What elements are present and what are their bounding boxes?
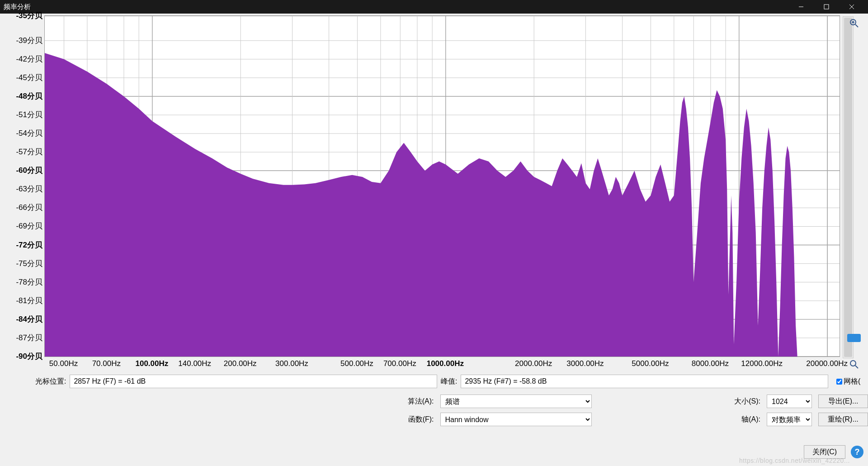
cursor-value-field[interactable] xyxy=(70,375,437,388)
svg-line-54 xyxy=(855,366,858,368)
zoom-fit-icon[interactable] xyxy=(848,17,860,29)
watermark-text: https://blog.csdn.net/weixin_42220... xyxy=(739,457,850,464)
marker-handle-icon[interactable] xyxy=(847,334,861,342)
help-icon[interactable]: ? xyxy=(851,446,863,458)
minimize-button[interactable] xyxy=(788,0,814,14)
peak-label: 峰值: xyxy=(441,377,457,386)
size-select[interactable]: 1024 xyxy=(767,395,812,408)
close-button[interactable] xyxy=(839,0,864,14)
algorithm-select[interactable]: 频谱 xyxy=(440,395,592,408)
function-select[interactable]: Hann window xyxy=(440,413,592,426)
grid-checkbox-input[interactable] xyxy=(836,379,842,385)
size-label: 大小(S): xyxy=(598,397,761,406)
y-axis: -35分贝-39分贝-42分贝-45分贝-48分贝-51分贝-54分贝-57分贝… xyxy=(2,15,44,357)
chart-area: -35分贝-39分贝-42分贝-45分贝-48分贝-51分贝-54分贝-57分贝… xyxy=(0,14,868,371)
cursor-label: 光标位置: xyxy=(35,377,66,386)
algorithm-label: 算法(A): xyxy=(271,397,434,406)
controls-panel: 算法(A): 频谱 大小(S): 1024 导出(E)... 函数(F): Ha… xyxy=(0,390,868,426)
svg-rect-1 xyxy=(824,5,829,9)
svg-line-50 xyxy=(855,24,858,27)
peak-value-field[interactable] xyxy=(461,375,828,388)
replot-button[interactable]: 重绘(R)... xyxy=(818,413,868,426)
spectrum-plot[interactable] xyxy=(44,15,840,357)
axis-select[interactable]: 对数频率 xyxy=(767,413,812,426)
svg-point-53 xyxy=(850,361,856,366)
grid-checkbox-label: 网格( xyxy=(844,377,860,386)
x-axis: 50.00Hz70.00Hz100.00Hz140.00Hz200.00Hz30… xyxy=(44,359,840,371)
zoom-tool-icon[interactable] xyxy=(848,358,860,370)
axis-label: 轴(A): xyxy=(598,415,761,424)
info-row: 光标位置: 峰值: 网格( xyxy=(0,371,868,390)
title-bar: 频率分析 xyxy=(0,0,868,14)
grid-checkbox[interactable]: 网格( xyxy=(835,377,863,386)
export-button[interactable]: 导出(E)... xyxy=(818,395,868,408)
maximize-button[interactable] xyxy=(814,0,839,14)
function-label: 函数(F): xyxy=(271,415,434,424)
